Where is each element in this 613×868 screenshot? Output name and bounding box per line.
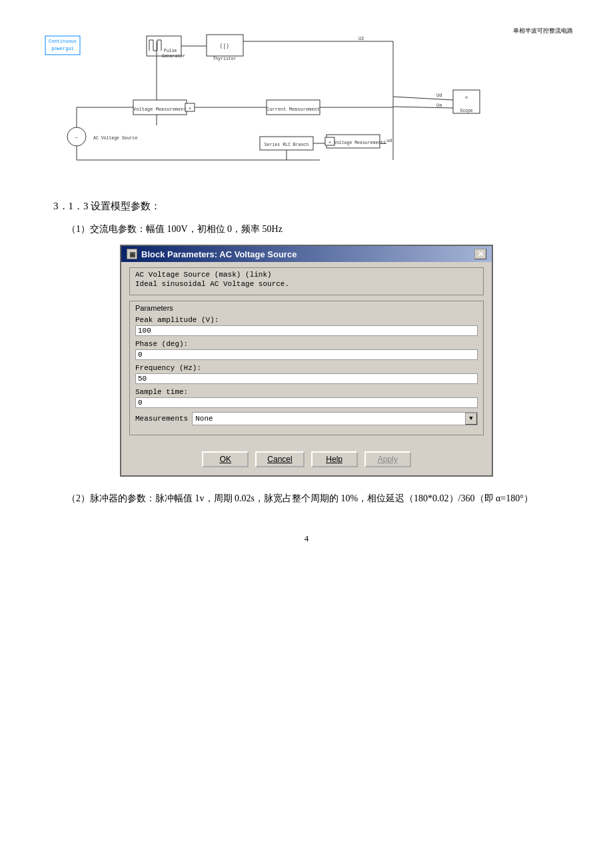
frequency-label: Frequency (Hz): xyxy=(135,364,478,372)
dialog-group-title: AC Voltage Source (mask) (link) xyxy=(135,271,478,279)
cancel-button[interactable]: Cancel xyxy=(255,451,304,467)
svg-text:Thyristor: Thyristor xyxy=(213,57,236,61)
help-label: Help xyxy=(326,455,342,464)
simulink-diagram: Continuous powergui Pulse Generator ⟨|⟩ … xyxy=(40,27,493,167)
ok-label: OK xyxy=(220,455,231,464)
svg-text:Pulse: Pulse xyxy=(164,49,177,53)
svg-text:Ua: Ua xyxy=(436,103,442,108)
svg-text:+: + xyxy=(189,106,191,111)
svg-text:AC Voltage Source: AC Voltage Source xyxy=(93,136,137,141)
peak-amplitude-input[interactable] xyxy=(135,325,478,336)
dialog-params-group: Parameters Peak amplitude (V): Phase (de… xyxy=(129,301,484,435)
dialog-close-button[interactable]: ✕ xyxy=(474,249,486,259)
svg-text:⟨|⟩: ⟨|⟩ xyxy=(220,43,229,50)
dialog-body: AC Voltage Source (mask) (link) Ideal si… xyxy=(121,262,492,475)
dialog-icon: ▣ xyxy=(127,249,137,259)
svg-text:Ud: Ud xyxy=(436,93,442,98)
dialog-description-group: AC Voltage Source (mask) (link) Ideal si… xyxy=(129,267,484,295)
dialog-wrapper: ▣ Block Parameters: AC Voltage Source ✕ … xyxy=(120,245,493,477)
measurements-dropdown[interactable]: ▼ xyxy=(465,413,477,425)
svg-text:U2: U2 xyxy=(358,36,364,41)
sample-time-input[interactable] xyxy=(135,397,478,408)
apply-button[interactable]: Apply xyxy=(364,451,411,467)
subsection2-text: （2）脉冲器的参数：脉冲幅值 1v，周期 0.02s，脉宽占整个周期的 10%，… xyxy=(67,490,573,507)
svg-text:Voltage Measurement1: Voltage Measurement1 xyxy=(334,141,386,145)
diagram-label: 单相半波可控整流电路 xyxy=(513,27,573,35)
sample-time-label: Sample time: xyxy=(135,388,478,396)
svg-text:⌾: ⌾ xyxy=(465,95,468,100)
page-number: 4 xyxy=(40,533,573,544)
dialog-title: Block Parameters: AC Voltage Source xyxy=(141,249,297,259)
measurements-value: None xyxy=(193,414,465,423)
svg-text:+: + xyxy=(328,140,331,145)
svg-text:~: ~ xyxy=(75,135,79,141)
simulink-diagram-section: 单相半波可控整流电路 Continuous powergui Pulse Gen… xyxy=(40,27,573,180)
dialog-titlebar: ▣ Block Parameters: AC Voltage Source ✕ xyxy=(121,246,492,262)
measurements-row: Measurements None ▼ xyxy=(135,412,478,425)
measurements-label: Measurements xyxy=(135,415,188,423)
svg-text:Current Measurement: Current Measurement xyxy=(267,107,320,112)
svg-text:Series RLC Branch: Series RLC Branch xyxy=(265,143,308,147)
frequency-input[interactable] xyxy=(135,373,478,384)
params-section-label: Parameters xyxy=(135,304,478,312)
svg-text:powergui: powergui xyxy=(51,46,74,51)
block-params-dialog: ▣ Block Parameters: AC Voltage Source ✕ … xyxy=(120,245,493,477)
peak-amplitude-label: Peak amplitude (V): xyxy=(135,316,478,324)
svg-text:Continuous: Continuous xyxy=(49,39,77,44)
svg-text:Scope: Scope xyxy=(460,109,473,113)
dialog-group-desc: Ideal sinusoidal AC Voltage source. xyxy=(135,280,478,288)
svg-text:Generator: Generator xyxy=(162,54,185,59)
section-heading: 3．1．3 设置模型参数： xyxy=(53,200,573,213)
cancel-label: Cancel xyxy=(267,455,292,464)
apply-label: Apply xyxy=(378,455,398,464)
ok-button[interactable]: OK xyxy=(202,451,249,467)
dialog-buttons: OK Cancel Help Apply xyxy=(129,446,484,470)
phase-label: Phase (deg): xyxy=(135,340,478,348)
phase-input[interactable] xyxy=(135,349,478,360)
help-button[interactable]: Help xyxy=(311,451,358,467)
svg-text:ud: ud xyxy=(386,138,392,143)
subsection1-heading: （1）交流电参数：幅值 100V，初相位 0，频率 50Hz xyxy=(67,223,573,235)
svg-text:Voltage Measurement: Voltage Measurement xyxy=(133,107,187,112)
